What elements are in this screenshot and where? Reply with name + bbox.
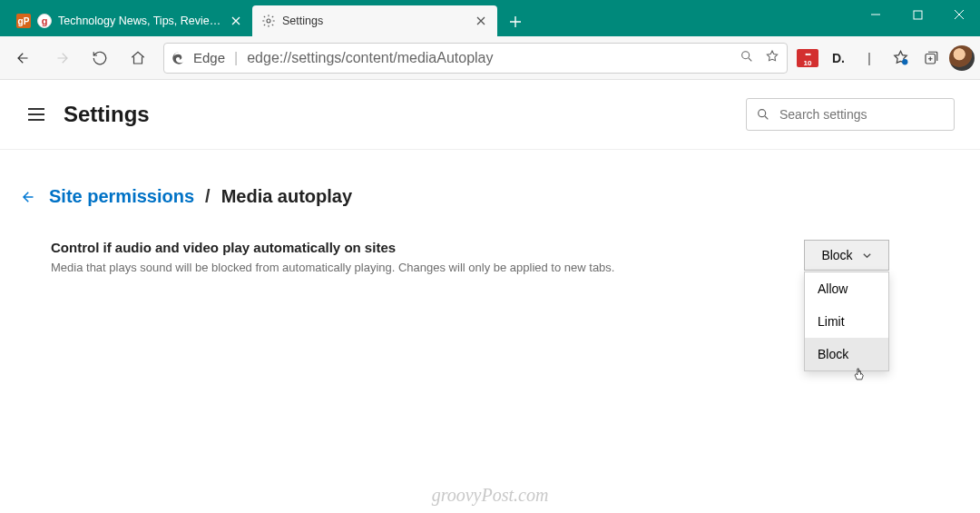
tab-settings[interactable]: Settings [252,5,497,36]
favicon-g-icon: g [37,14,52,28]
setting-description: Media that plays sound will be blocked f… [51,261,614,274]
minimize-button[interactable] [855,0,897,29]
svg-point-3 [902,59,907,64]
close-tab-icon[interactable] [229,14,243,28]
dropdown-option-allow[interactable]: Allow [805,272,888,305]
setting-heading: Control if audio and video play automati… [51,240,614,255]
tab-groovypost[interactable]: gP g Technology News, Tips, Reviews. [7,5,252,36]
divider: | [857,45,882,71]
search-icon [756,107,770,122]
url-text: edge://settings/content/mediaAutoplay [247,50,493,66]
forward-button[interactable] [44,40,80,76]
settings-content: Settings Site permissions / Media autopl… [0,80,980,513]
new-tab-button[interactable] [501,7,530,36]
breadcrumb-current: Media autoplay [221,186,352,207]
watermark: groovyPost.com [0,485,980,506]
url-identity-label: Edge [193,50,225,65]
profile-avatar[interactable] [949,45,975,71]
title-bar: gP g Technology News, Tips, Reviews. Set… [0,0,980,36]
svg-point-0 [267,19,270,23]
address-field[interactable]: Edge | edge://settings/content/mediaAuto… [163,43,788,74]
lastpass-extension-icon[interactable]: 10 [795,45,820,71]
address-bar: Edge | edge://settings/content/mediaAuto… [0,36,980,80]
close-tab-icon[interactable] [474,14,488,28]
svg-point-2 [742,51,750,58]
favorite-icon[interactable] [765,49,779,67]
tab-title: Technology News, Tips, Reviews. [58,15,222,27]
collections-icon[interactable] [918,45,944,71]
dropdown-selected-label: Block [821,248,852,262]
tabs-strip: gP g Technology News, Tips, Reviews. Set… [0,0,530,36]
page-title: Settings [64,102,150,127]
edge-icon [172,51,186,65]
tab-title: Settings [282,15,467,27]
window-controls [855,0,980,36]
chevron-down-icon [862,251,872,261]
breadcrumb-separator: / [205,186,211,207]
search-settings[interactable] [746,98,955,131]
svg-rect-1 [914,11,922,19]
favorites-hub-icon[interactable] [887,45,913,71]
favicon-groovypost-icon: gP [16,14,31,28]
setting-row: Control if audio and video play automati… [20,240,889,274]
close-window-button[interactable] [938,0,980,29]
search-input[interactable] [779,107,945,122]
gear-icon [261,14,276,28]
extension-icons: 10 D. | [795,45,975,71]
dark-extension-icon[interactable]: D. [826,45,851,71]
url-separator: | [234,50,238,66]
dropdown-option-limit[interactable]: Limit [805,305,888,338]
menu-icon[interactable] [25,104,47,125]
settings-header: Settings [0,80,980,150]
refresh-button[interactable] [82,40,118,76]
breadcrumb-back-icon[interactable] [20,188,38,206]
svg-point-5 [759,110,766,117]
back-button[interactable] [5,40,42,76]
autoplay-dropdown-menu: Allow Limit Block [804,271,889,371]
dropdown-option-block[interactable]: Block [805,338,888,370]
breadcrumb: Site permissions / Media autoplay [20,186,889,207]
maximize-button[interactable] [897,0,938,29]
autoplay-dropdown[interactable]: Block [804,240,889,271]
site-identity[interactable]: Edge [172,50,225,65]
zoom-icon[interactable] [740,49,754,67]
breadcrumb-parent-link[interactable]: Site permissions [49,186,194,207]
home-button[interactable] [120,40,156,76]
